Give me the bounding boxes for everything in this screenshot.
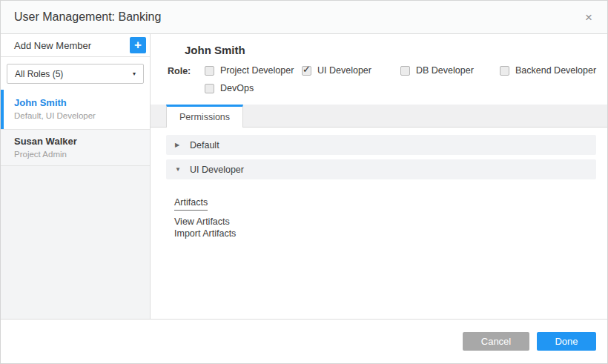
dialog-body: Add New Member + All Roles (5) ▾ John Sm… [1, 34, 607, 319]
member-detail-name: John Smith [185, 44, 596, 56]
accordion-ui-developer[interactable]: ▼ UI Developer [166, 159, 596, 179]
roles-filter-select[interactable]: All Roles (5) ▾ [7, 64, 144, 84]
role-checkbox-backend-developer[interactable]: ✓ Backend Developer [500, 65, 600, 76]
permission-group-artifacts: Artifacts View Artifacts Import Artifact… [174, 195, 596, 239]
member-roles: Default, UI Developer [14, 111, 139, 120]
checkbox-icon: ✓ [500, 66, 509, 76]
role-option-label: Backend Developer [515, 65, 596, 76]
member-name: John Smith [14, 97, 139, 108]
role-checkbox-group: Role: ✓ Project Developer ✓ UI Developer… [168, 65, 600, 93]
checkbox-icon: ✓ [205, 66, 214, 76]
add-member-label: Add New Member [14, 40, 130, 51]
accordion-label: UI Developer [190, 165, 244, 175]
member-roles: Project Admin [14, 150, 139, 159]
tab-bar: Permissions [151, 105, 607, 128]
role-option-label: DB Developer [416, 65, 474, 76]
checkbox-checked-icon: ✓ [302, 66, 311, 76]
members-sidebar: Add New Member + All Roles (5) ▾ John Sm… [1, 34, 151, 319]
member-detail-panel: John Smith Role: ✓ Project Developer ✓ U… [151, 34, 607, 319]
user-management-dialog: User Management: Banking × Add New Membe… [0, 0, 608, 364]
chevron-down-icon: ▼ [175, 166, 190, 173]
role-option-label: DevOps [220, 83, 254, 93]
member-item-john-smith[interactable]: John Smith Default, UI Developer [1, 90, 150, 130]
dialog-title: User Management: Banking [14, 10, 581, 24]
accordion-default[interactable]: ▶ Default [166, 135, 596, 155]
member-name: Susan Walker [14, 136, 139, 147]
member-list: John Smith Default, UI Developer Susan W… [1, 90, 150, 166]
member-item-susan-walker[interactable]: Susan Walker Project Admin [1, 130, 150, 166]
checkbox-icon: ✓ [400, 66, 410, 76]
permission-item-import-artifacts: Import Artifacts [174, 228, 596, 239]
role-option-label: UI Developer [317, 65, 371, 76]
add-member-row: Add New Member + [1, 34, 150, 57]
role-checkbox-ui-developer[interactable]: ✓ UI Developer [302, 65, 400, 76]
role-checkbox-devops[interactable]: ✓ DevOps [205, 83, 302, 93]
dialog-footer: Cancel Done [1, 319, 607, 363]
permissions-accordion: ▶ Default ▼ UI Developer [151, 128, 607, 184]
tab-permissions[interactable]: Permissions [166, 105, 243, 128]
check-icon: ✓ [303, 64, 311, 75]
role-label: Role: [168, 65, 205, 76]
role-option-label: Project Developer [220, 65, 294, 76]
done-button[interactable]: Done [537, 332, 596, 351]
accordion-label: Default [190, 140, 219, 150]
tab-label: Permissions [179, 112, 230, 122]
add-member-button[interactable]: + [130, 37, 146, 53]
close-icon[interactable]: × [581, 10, 597, 25]
dialog-header: User Management: Banking × [1, 1, 607, 34]
plus-icon: + [134, 38, 142, 52]
roles-filter-row: All Roles (5) ▾ [1, 57, 150, 90]
permission-group-heading: Artifacts [174, 197, 208, 211]
roles-filter-value: All Roles (5) [15, 69, 133, 79]
chevron-down-icon: ▾ [133, 70, 136, 77]
role-checkbox-project-developer[interactable]: ✓ Project Developer [205, 65, 302, 76]
chevron-right-icon: ▶ [175, 142, 190, 148]
role-checkbox-db-developer[interactable]: ✓ DB Developer [400, 65, 500, 76]
permission-item-view-artifacts: View Artifacts [174, 216, 596, 228]
checkbox-icon: ✓ [205, 84, 214, 93]
cancel-button[interactable]: Cancel [463, 332, 529, 351]
